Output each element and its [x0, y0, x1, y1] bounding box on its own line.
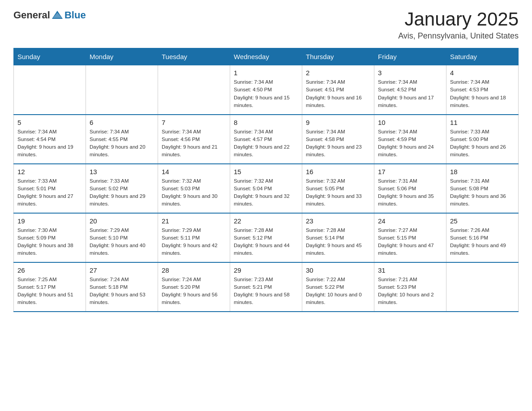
day-info: Sunrise: 7:32 AMSunset: 5:04 PMDaylight:… [234, 177, 298, 208]
daylight-text: Daylight: 9 hours and 33 minutes. [306, 193, 362, 206]
daylight-text: Daylight: 9 hours and 49 minutes. [450, 243, 506, 256]
daylight-text: Daylight: 9 hours and 40 minutes. [90, 243, 146, 256]
sunset-text: Sunset: 5:22 PM [306, 284, 344, 290]
sunset-text: Sunset: 5:21 PM [234, 284, 272, 290]
calendar-cell: 13Sunrise: 7:33 AMSunset: 5:02 PMDayligh… [86, 164, 158, 213]
logo-text-general: General [13, 9, 50, 21]
daylight-text: Daylight: 9 hours and 24 minutes. [378, 144, 434, 157]
daylight-text: Daylight: 9 hours and 18 minutes. [450, 95, 506, 108]
sunrise-text: Sunrise: 7:34 AM [306, 79, 345, 85]
day-number: 20 [90, 217, 154, 225]
sunset-text: Sunset: 5:01 PM [17, 186, 56, 191]
sunrise-text: Sunrise: 7:22 AM [306, 277, 345, 282]
calendar-cell: 1Sunrise: 7:34 AMSunset: 4:50 PMDaylight… [230, 65, 302, 115]
calendar-cell: 24Sunrise: 7:27 AMSunset: 5:15 PMDayligh… [374, 213, 446, 262]
daylight-text: Daylight: 9 hours and 19 minutes. [17, 144, 73, 157]
sunset-text: Sunset: 5:20 PM [162, 284, 200, 290]
day-number: 31 [378, 266, 442, 274]
day-info: Sunrise: 7:32 AMSunset: 5:05 PMDaylight:… [306, 177, 370, 208]
calendar-cell: 8Sunrise: 7:34 AMSunset: 4:57 PMDaylight… [230, 115, 302, 164]
daylight-text: Daylight: 9 hours and 32 minutes. [234, 193, 290, 206]
sunset-text: Sunset: 5:08 PM [450, 186, 488, 191]
calendar-cell: 20Sunrise: 7:29 AMSunset: 5:10 PMDayligh… [86, 213, 158, 262]
calendar-cell: 21Sunrise: 7:29 AMSunset: 5:11 PMDayligh… [158, 213, 230, 262]
sunset-text: Sunset: 5:23 PM [378, 284, 416, 290]
sunrise-text: Sunrise: 7:28 AM [234, 227, 273, 233]
calendar-week-row: 5Sunrise: 7:34 AMSunset: 4:54 PMDaylight… [14, 115, 519, 164]
sunset-text: Sunset: 4:50 PM [234, 87, 272, 92]
calendar-table: Sunday Monday Tuesday Wednesday Thursday… [13, 48, 519, 312]
day-number: 13 [90, 168, 154, 176]
calendar-cell: 17Sunrise: 7:31 AMSunset: 5:06 PMDayligh… [374, 164, 446, 213]
day-info: Sunrise: 7:33 AMSunset: 5:00 PMDaylight:… [450, 128, 515, 159]
calendar-cell: 12Sunrise: 7:33 AMSunset: 5:01 PMDayligh… [14, 164, 86, 213]
header-row: Sunday Monday Tuesday Wednesday Thursday… [14, 48, 519, 65]
calendar-cell: 4Sunrise: 7:34 AMSunset: 4:53 PMDaylight… [446, 65, 519, 115]
calendar-cell: 23Sunrise: 7:28 AMSunset: 5:14 PMDayligh… [302, 213, 374, 262]
day-info: Sunrise: 7:26 AMSunset: 5:16 PMDaylight:… [450, 227, 515, 257]
day-info: Sunrise: 7:34 AMSunset: 4:51 PMDaylight:… [306, 78, 370, 109]
day-info: Sunrise: 7:29 AMSunset: 5:11 PMDaylight:… [162, 227, 226, 257]
calendar-cell: 10Sunrise: 7:34 AMSunset: 4:59 PMDayligh… [374, 115, 446, 164]
daylight-text: Daylight: 9 hours and 15 minutes. [234, 95, 290, 108]
calendar-week-row: 19Sunrise: 7:30 AMSunset: 5:09 PMDayligh… [14, 213, 519, 262]
daylight-text: Daylight: 9 hours and 30 minutes. [162, 193, 218, 206]
sunset-text: Sunset: 5:03 PM [162, 186, 200, 191]
calendar-cell: 6Sunrise: 7:34 AMSunset: 4:55 PMDaylight… [86, 115, 158, 164]
sunset-text: Sunset: 5:16 PM [450, 235, 488, 240]
calendar-cell: 2Sunrise: 7:34 AMSunset: 4:51 PMDaylight… [302, 65, 374, 115]
day-info: Sunrise: 7:23 AMSunset: 5:21 PMDaylight:… [234, 276, 298, 307]
day-number: 11 [450, 119, 515, 126]
calendar-cell [14, 65, 86, 115]
day-number: 3 [378, 69, 442, 77]
calendar-cell: 26Sunrise: 7:25 AMSunset: 5:17 PMDayligh… [14, 262, 86, 312]
day-number: 1 [234, 69, 298, 77]
sunset-text: Sunset: 5:10 PM [90, 235, 128, 240]
sunset-text: Sunset: 5:04 PM [234, 186, 272, 191]
calendar-cell [446, 262, 519, 312]
day-info: Sunrise: 7:22 AMSunset: 5:22 PMDaylight:… [306, 276, 370, 307]
calendar-cell: 15Sunrise: 7:32 AMSunset: 5:04 PMDayligh… [230, 164, 302, 213]
page-header: General Blue January 2025 Avis, Pennsylv… [13, 9, 519, 41]
day-info: Sunrise: 7:24 AMSunset: 5:18 PMDaylight:… [90, 276, 154, 307]
day-info: Sunrise: 7:33 AMSunset: 5:02 PMDaylight:… [90, 177, 154, 208]
day-info: Sunrise: 7:34 AMSunset: 4:57 PMDaylight:… [234, 128, 298, 159]
daylight-text: Daylight: 9 hours and 45 minutes. [306, 243, 362, 256]
sunrise-text: Sunrise: 7:27 AM [378, 227, 417, 233]
calendar-cell [158, 65, 230, 115]
sunset-text: Sunset: 5:00 PM [450, 137, 488, 142]
calendar-cell: 25Sunrise: 7:26 AMSunset: 5:16 PMDayligh… [446, 213, 519, 262]
day-number: 12 [17, 168, 82, 176]
daylight-text: Daylight: 9 hours and 51 minutes. [17, 292, 73, 305]
day-info: Sunrise: 7:34 AMSunset: 4:58 PMDaylight:… [306, 128, 370, 159]
day-number: 4 [450, 69, 515, 77]
calendar-week-row: 26Sunrise: 7:25 AMSunset: 5:17 PMDayligh… [14, 262, 519, 312]
header-saturday: Saturday [446, 48, 519, 65]
day-info: Sunrise: 7:31 AMSunset: 5:08 PMDaylight:… [450, 177, 515, 208]
day-info: Sunrise: 7:21 AMSunset: 5:23 PMDaylight:… [378, 276, 442, 307]
daylight-text: Daylight: 9 hours and 26 minutes. [450, 144, 506, 157]
day-number: 30 [306, 266, 370, 274]
day-info: Sunrise: 7:34 AMSunset: 4:54 PMDaylight:… [17, 128, 82, 159]
day-number: 7 [162, 119, 226, 126]
daylight-text: Daylight: 9 hours and 42 minutes. [162, 243, 218, 256]
day-info: Sunrise: 7:34 AMSunset: 4:55 PMDaylight:… [90, 128, 154, 159]
sunrise-text: Sunrise: 7:32 AM [234, 178, 273, 184]
calendar-cell: 22Sunrise: 7:28 AMSunset: 5:12 PMDayligh… [230, 213, 302, 262]
day-number: 8 [234, 119, 298, 126]
calendar-cell: 3Sunrise: 7:34 AMSunset: 4:52 PMDaylight… [374, 65, 446, 115]
sunset-text: Sunset: 5:18 PM [90, 284, 128, 290]
sunrise-text: Sunrise: 7:26 AM [450, 227, 489, 233]
calendar-cell: 7Sunrise: 7:34 AMSunset: 4:56 PMDaylight… [158, 115, 230, 164]
calendar-cell: 5Sunrise: 7:34 AMSunset: 4:54 PMDaylight… [14, 115, 86, 164]
sunrise-text: Sunrise: 7:25 AM [17, 277, 57, 282]
calendar-header: Sunday Monday Tuesday Wednesday Thursday… [14, 48, 519, 65]
sunrise-text: Sunrise: 7:34 AM [17, 129, 57, 134]
day-info: Sunrise: 7:34 AMSunset: 4:53 PMDaylight:… [450, 78, 515, 109]
day-number: 6 [90, 119, 154, 126]
day-number: 25 [450, 217, 515, 225]
calendar-cell: 18Sunrise: 7:31 AMSunset: 5:08 PMDayligh… [446, 164, 519, 213]
day-info: Sunrise: 7:29 AMSunset: 5:10 PMDaylight:… [90, 227, 154, 257]
sunrise-text: Sunrise: 7:21 AM [378, 277, 417, 282]
sunrise-text: Sunrise: 7:34 AM [306, 129, 345, 134]
